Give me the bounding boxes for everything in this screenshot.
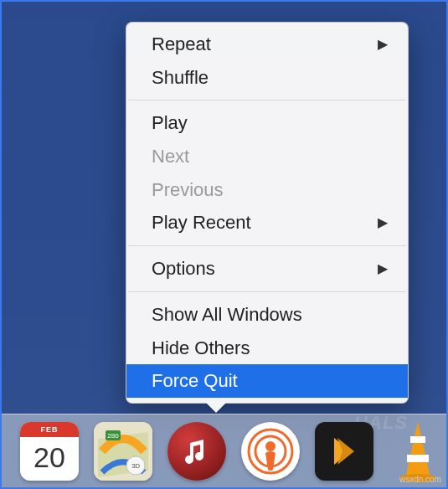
menu-item-play[interactable]: Play: [126, 106, 408, 140]
menu-item-label: Show All Windows: [152, 302, 302, 327]
menu-separator: [128, 245, 406, 246]
music-note-icon: [182, 436, 212, 466]
podcast-icon: [245, 426, 296, 476]
dock-app-maps[interactable]: 280 3D: [94, 422, 152, 481]
dock-app-calendar[interactable]: FEB 20: [20, 422, 79, 481]
svg-text:280: 280: [107, 432, 119, 440]
chevron-right-icon: ▶: [378, 214, 388, 232]
menu-item-hide-others[interactable]: Hide Others: [126, 332, 408, 365]
menu-item-force-quit[interactable]: Force Quit: [126, 364, 408, 398]
menu-item-label: Shuffle: [152, 65, 209, 90]
menu-item-show-all-windows[interactable]: Show All Windows: [126, 298, 408, 332]
maps-icon: 280 3D: [94, 422, 152, 481]
chevron-right-icon: ▶: [378, 35, 388, 54]
chevron-right-icon: ▶: [378, 260, 388, 278]
menu-item-next: Next: [126, 140, 408, 173]
menu-item-label: Next: [152, 144, 189, 169]
menu-separator: [128, 291, 406, 292]
svg-rect-8: [410, 436, 425, 443]
vlc-cone-icon: [389, 420, 447, 483]
calendar-month-label: FEB: [20, 422, 79, 437]
calendar-day-label: 20: [33, 441, 65, 474]
menu-item-label: Play Recent: [152, 210, 251, 235]
menu-item-options[interactable]: Options ▶: [126, 252, 408, 286]
svg-point-7: [265, 441, 275, 451]
menu-item-label: Previous: [152, 178, 224, 203]
dock-app-vlc[interactable]: [389, 422, 447, 481]
menu-item-label: Play: [152, 111, 188, 136]
menu-item-repeat[interactable]: Repeat ▶: [126, 28, 408, 61]
menu-item-label: Options: [152, 256, 215, 281]
menu-item-label: Force Quit: [152, 368, 238, 394]
menu-item-play-recent[interactable]: Play Recent ▶: [126, 206, 408, 239]
svg-rect-9: [407, 455, 429, 462]
menu-item-shuffle[interactable]: Shuffle: [126, 61, 408, 95]
svg-point-10: [399, 474, 436, 482]
dock: FEB 20 280 3D: [20, 422, 447, 481]
svg-text:3D: 3D: [131, 462, 140, 470]
dock-context-menu: Repeat ▶ Shuffle Play Next Previous Play…: [126, 22, 409, 404]
plex-arrow-icon: [326, 433, 363, 470]
dock-app-plex[interactable]: [315, 422, 373, 481]
dock-app-itunes[interactable]: [167, 422, 226, 481]
menu-item-label: Repeat: [152, 32, 211, 57]
menu-separator: [128, 100, 406, 100]
menu-item-label: Hide Others: [152, 336, 250, 361]
menu-item-previous: Previous: [126, 173, 408, 207]
dock-app-podcasts[interactable]: [241, 422, 300, 481]
